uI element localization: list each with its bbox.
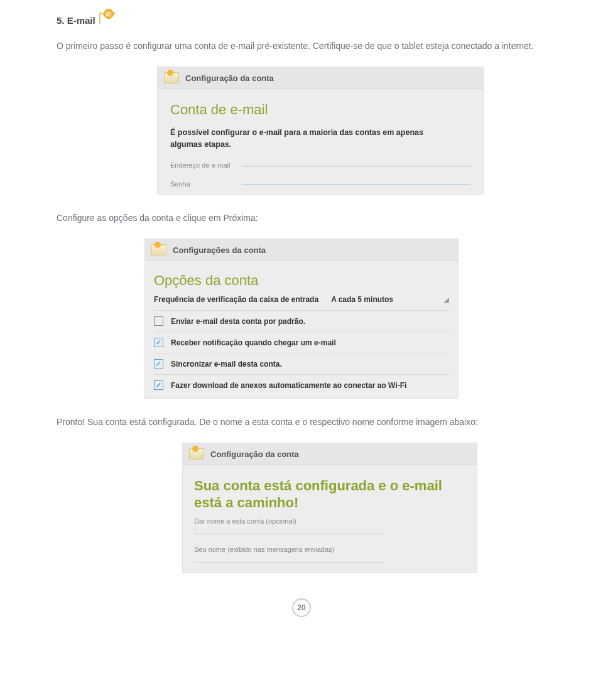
option-row[interactable]: Enviar e-mail desta conta por padrão. xyxy=(154,311,449,332)
account-name-field[interactable]: - xyxy=(194,525,384,534)
screenshot2-heading: Opções da conta xyxy=(154,272,449,289)
display-name-field-block: Seu nome (exibido nas mensagens enviadas… xyxy=(194,546,465,563)
screenshot2-title-text: Configurações da conta xyxy=(173,245,266,255)
password-field-label: Senha xyxy=(170,180,233,188)
email-icon xyxy=(151,244,166,256)
email-icon xyxy=(189,448,204,460)
password-field[interactable] xyxy=(242,185,470,185)
option-label: Fazer download de anexos automaticamente… xyxy=(171,381,406,390)
password-field-row: Senha xyxy=(170,180,470,188)
screenshot2-titlebar: Configurações da conta xyxy=(145,239,458,261)
screenshot3-titlebar: Configuração da conta xyxy=(183,443,477,465)
screenshot1-titlebar: Configuração da conta xyxy=(158,67,483,89)
frequency-row[interactable]: Frequência de verificação da caixa de en… xyxy=(154,291,449,311)
checkbox-icon[interactable]: ✓ xyxy=(154,359,163,369)
checkbox-icon[interactable] xyxy=(154,316,163,326)
section-heading: 5. E-mail @ xyxy=(57,13,546,28)
account-name-field-block: Dar nome a esta conta (opcional) - xyxy=(194,517,465,534)
display-name-label: Seu nome (exibido nas mensagens enviadas… xyxy=(194,546,465,553)
frequency-label: Frequência de verificação da caixa de en… xyxy=(154,295,318,304)
screenshot3-heading: Sua conta está configurada e o e-mail es… xyxy=(194,478,465,511)
option-row[interactable]: ✓Sincronizar e-mail desta conta. xyxy=(154,353,449,375)
screenshot1-desc: É possível configurar o e-mail para a ma… xyxy=(170,127,440,149)
display-name-field[interactable] xyxy=(194,553,384,563)
heading-text: 5. E-mail xyxy=(57,15,95,26)
email-icon xyxy=(164,72,179,83)
mid-paragraph: Configure as opções da conta e clique em… xyxy=(57,211,546,225)
option-label: Sincronizar e-mail desta conta. xyxy=(171,360,282,369)
dropdown-icon: ◢ xyxy=(444,296,449,303)
option-row[interactable]: ✓Fazer download de anexos automaticament… xyxy=(154,375,449,396)
page-number: 20 xyxy=(292,598,311,617)
frequency-value: A cada 5 minutos xyxy=(331,295,393,304)
account-name-label: Dar nome a esta conta (opcional) xyxy=(194,517,465,525)
intro-paragraph: O primeiro passo é configurar uma conta … xyxy=(57,39,546,53)
screenshot1-title-text: Configuração da conta xyxy=(185,73,274,83)
option-label: Enviar e-mail desta conta por padrão. xyxy=(171,317,305,326)
screenshot3-title-text: Configuração da conta xyxy=(210,450,299,459)
email-field-label: Endereço de e-mail xyxy=(170,161,233,169)
screenshot1-heading: Conta de e-mail xyxy=(170,102,470,118)
checkbox-icon[interactable]: ✓ xyxy=(154,338,163,347)
screenshot-email-setup: Configuração da conta Conta de e-mail É … xyxy=(157,67,484,194)
checkbox-icon[interactable]: ✓ xyxy=(154,380,163,390)
email-field[interactable] xyxy=(242,166,470,166)
option-row[interactable]: ✓Receber notificação quando chegar um e-… xyxy=(154,332,449,353)
after-paragraph: Pronto! Sua conta está configurada. De o… xyxy=(57,415,546,429)
screenshot-account-options: Configurações da conta Opções da conta F… xyxy=(144,239,459,399)
screenshot-account-done: Configuração da conta Sua conta está con… xyxy=(182,443,477,573)
option-label: Receber notificação quando chegar um e-m… xyxy=(171,338,336,347)
email-icon: @ xyxy=(99,13,118,28)
email-field-row: Endereço de e-mail xyxy=(170,161,470,169)
